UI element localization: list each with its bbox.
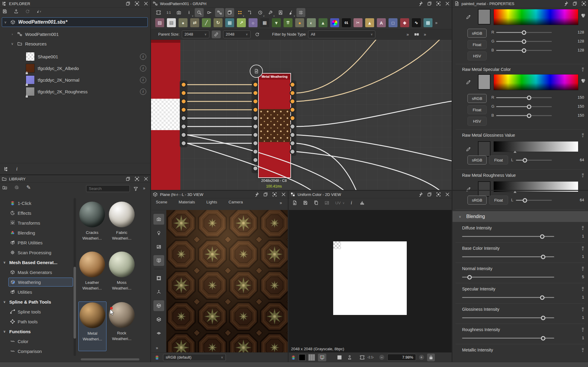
parameter-menu-icon[interactable]: ≡∨ — [582, 348, 584, 352]
slider-handle[interactable] — [523, 158, 527, 162]
splatter-node-icon[interactable]: ▦ — [260, 18, 269, 27]
menu-scene[interactable]: Scene — [155, 200, 168, 204]
resource-info-button[interactable]: i — [140, 89, 146, 95]
resource-item-tfgcddyc-2k-albedo[interactable]: tfgcddyc_2K_Albedoi — [26, 63, 145, 73]
view3d-viewport[interactable] — [166, 210, 288, 352]
hue-gradient-bar[interactable] — [493, 74, 578, 90]
new-folder-button[interactable] — [2, 185, 7, 190]
slider-handle[interactable] — [467, 275, 472, 279]
eyedropper-button[interactable] — [463, 77, 473, 88]
maximize-window-icon[interactable] — [436, 192, 441, 197]
ground-plane-button[interactable] — [153, 328, 164, 339]
chevron-right-icon[interactable]: › — [10, 32, 14, 36]
zoom-in-button[interactable]: + — [419, 355, 424, 360]
background-pattern-swatch[interactable] — [308, 354, 315, 361]
perspective-button[interactable] — [153, 300, 164, 311]
search-button[interactable] — [195, 8, 204, 17]
zoom-input[interactable] — [387, 354, 416, 361]
slider-handle[interactable] — [540, 295, 544, 300]
color-presets-icon[interactable] — [581, 78, 586, 83]
library-item-cracks[interactable]: CracksWeatheri... — [78, 201, 106, 250]
node-comment-badge[interactable] — [250, 65, 263, 78]
colorspace-layers-icon[interactable] — [291, 355, 296, 360]
sidebar-item-1-click[interactable]: 1-Click — [0, 199, 73, 208]
eyedropper-button[interactable] — [463, 184, 473, 195]
tree-item-graph[interactable]: › WoodPattern001 — [10, 30, 59, 38]
maximize-window-icon[interactable] — [581, 1, 586, 6]
slider-track[interactable] — [496, 97, 552, 98]
geometry-button[interactable] — [153, 273, 164, 284]
parameter-menu-icon[interactable]: ≡∨ — [582, 287, 584, 291]
blend-node-icon[interactable]: ● — [295, 18, 304, 27]
uv-toggle[interactable]: UV — [335, 201, 341, 205]
color-presets-icon[interactable] — [581, 13, 586, 18]
scale-reference-icon[interactable] — [347, 355, 352, 360]
slider-track[interactable] — [462, 256, 554, 257]
parameter-value[interactable]: 5 — [570, 275, 584, 279]
background-image-icon[interactable] — [325, 200, 329, 205]
tools-button[interactable]: ∨ — [266, 8, 275, 17]
export-button-icon[interactable] — [14, 9, 19, 14]
eyedropper-button[interactable] — [463, 11, 473, 23]
sidebar-item-mesh-based-generat[interactable]: ∨Mesh Based Generat... — [0, 258, 73, 267]
parameter-value[interactable]: 1 — [570, 234, 584, 238]
slider-handle[interactable] — [540, 234, 544, 239]
height-node-icon[interactable]: ▼ — [272, 18, 281, 27]
overflow-chevron-icon[interactable]: » — [424, 32, 426, 36]
sidebar-item-spline-path-tools[interactable]: ∨Spline & Path Tools — [0, 297, 73, 306]
resource-info-button[interactable]: i — [140, 77, 146, 83]
crackle-node-icon[interactable]: ▩ — [424, 18, 432, 27]
uv-chevron-icon[interactable]: ∨ — [342, 201, 345, 205]
slider-handle[interactable] — [541, 316, 546, 320]
maximize-window-icon[interactable] — [135, 176, 139, 181]
search-input[interactable] — [86, 185, 130, 192]
panel-divider[interactable] — [151, 190, 588, 191]
sidebar-item-path-tools[interactable]: Path tools — [0, 317, 73, 326]
srgb-mode-button[interactable]: sRGB — [467, 94, 487, 103]
float-mode-button[interactable]: Float — [467, 105, 487, 114]
show-connections-button[interactable]: ∨ — [235, 8, 244, 17]
resource-info-button[interactable]: i — [140, 65, 146, 71]
save-image-icon[interactable] — [303, 200, 308, 205]
resource-item-shape001[interactable]: Shape001i — [26, 51, 145, 62]
channel-value[interactable]: 150 — [570, 113, 584, 118]
srgb-mode-button[interactable]: sRGB — [467, 29, 487, 38]
screenshot-button[interactable] — [174, 8, 183, 17]
slider-handle[interactable] — [522, 39, 526, 44]
close-icon[interactable] — [144, 176, 148, 181]
lock-zoom-button[interactable] — [427, 354, 435, 361]
fit-view-icon[interactable] — [360, 355, 365, 360]
chevron-down-icon[interactable]: ∨ — [2, 261, 7, 264]
channel-value[interactable]: 150 — [570, 95, 584, 100]
channel-value[interactable]: 128 — [570, 39, 584, 43]
hsv-mode-button[interactable]: HSV — [467, 117, 487, 126]
export-image-icon[interactable] — [292, 200, 297, 205]
grayscale-node-icon[interactable]: 01 — [342, 18, 351, 27]
srgb-mode-button[interactable]: sRGB — [467, 196, 487, 205]
close-icon[interactable] — [281, 192, 286, 197]
color-swatch[interactable] — [478, 181, 490, 197]
tree-item-package[interactable]: ∨ WoodPattern001.sbs* — [2, 17, 148, 27]
snap-grid-button[interactable] — [296, 8, 305, 17]
float-window-icon[interactable] — [263, 192, 268, 197]
close-icon[interactable] — [144, 1, 148, 6]
clean-button[interactable]: ∨ — [286, 8, 295, 17]
flood-fill-node-icon[interactable]: ◆ — [400, 18, 409, 27]
node-thumbnail-button[interactable] — [276, 8, 285, 17]
hierarchy-button[interactable] — [215, 8, 224, 17]
sidebar-item-pbr-utilities[interactable]: PBR Utilities — [0, 238, 73, 247]
levels-node-icon[interactable]: ▲ — [319, 18, 327, 27]
slider-handle[interactable] — [527, 113, 531, 118]
slider-track[interactable] — [462, 297, 554, 298]
overflow-chevron-icon[interactable]: » — [156, 346, 158, 350]
background-black-swatch[interactable] — [299, 354, 305, 361]
hsv-mode-button[interactable]: HSV — [467, 51, 487, 60]
sidebar-item-comparison[interactable]: Comparison — [0, 347, 73, 356]
sidebar-item-mask-generators[interactable]: Mask Generators — [0, 268, 73, 277]
channel-value[interactable]: 128 — [570, 30, 584, 34]
environment-button[interactable] — [153, 241, 164, 252]
slider-track[interactable] — [496, 115, 552, 116]
float-mode-button[interactable]: Float — [467, 40, 487, 49]
parameter-value[interactable]: 1 — [570, 254, 584, 259]
save-button-icon[interactable] — [2, 9, 7, 14]
